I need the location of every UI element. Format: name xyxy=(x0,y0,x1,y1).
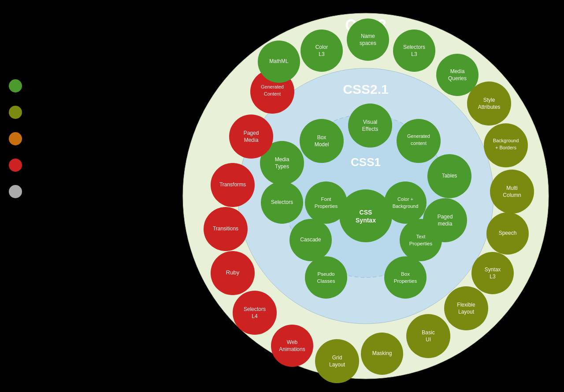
tables-node[interactable] xyxy=(427,154,471,198)
grid-layout-node[interactable] xyxy=(315,339,359,383)
speech-node[interactable] xyxy=(486,212,529,255)
legend-dot xyxy=(9,159,22,172)
diagram-container: CSS3 CSS2.1 CSS1 CSS Syntax Font Propert… xyxy=(176,4,555,388)
flexible-layout-node[interactable] xyxy=(444,286,488,330)
legend-dot xyxy=(9,185,22,198)
legend-item xyxy=(9,132,22,145)
pseudo-classes-node[interactable] xyxy=(305,256,347,299)
paged-media-3-node[interactable] xyxy=(229,115,273,159)
legend-dot xyxy=(9,106,22,119)
legend-dot xyxy=(9,79,22,92)
multi-column-node[interactable] xyxy=(490,170,534,214)
mathml-node[interactable] xyxy=(258,41,300,83)
color-l3-node[interactable] xyxy=(301,30,343,72)
masking-node[interactable] xyxy=(361,333,403,375)
legend-dot xyxy=(9,132,22,145)
basic-ui-node[interactable] xyxy=(406,314,450,358)
box-properties-node[interactable] xyxy=(384,256,427,299)
selectors-l3-node[interactable] xyxy=(393,30,435,72)
background-borders-node[interactable] xyxy=(484,123,528,167)
legend xyxy=(9,79,22,211)
selectors-css1-node[interactable] xyxy=(261,181,303,224)
cascade-node[interactable] xyxy=(289,219,332,261)
box-model-node[interactable] xyxy=(300,119,344,163)
namespaces-node[interactable] xyxy=(347,18,389,61)
generated-content-node[interactable] xyxy=(397,119,441,163)
legend-item xyxy=(9,185,22,198)
visual-effects-node[interactable] xyxy=(348,104,392,148)
ruby-node[interactable] xyxy=(211,251,255,295)
syntax-l3-node[interactable] xyxy=(471,252,514,294)
style-attributes-node[interactable] xyxy=(467,81,511,126)
paged-media-21-node[interactable] xyxy=(423,198,467,242)
color-background-node[interactable] xyxy=(384,181,427,224)
css-syntax-node[interactable] xyxy=(339,189,392,242)
legend-item xyxy=(9,159,22,172)
transitions-node[interactable] xyxy=(204,207,248,251)
selectors-l4-node[interactable] xyxy=(233,291,277,335)
legend-item xyxy=(9,106,22,119)
font-properties-node[interactable] xyxy=(305,181,347,224)
transforms-node[interactable] xyxy=(211,163,255,207)
web-animations-node[interactable] xyxy=(271,325,313,367)
legend-item xyxy=(9,79,22,92)
